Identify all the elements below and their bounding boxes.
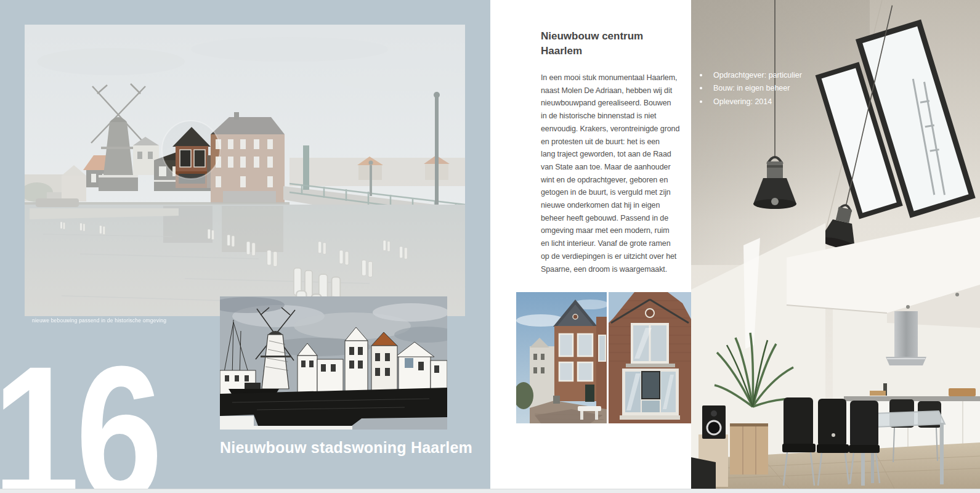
body-line: in de historische binnenstad is niet xyxy=(541,110,689,123)
page-number: 16 xyxy=(0,338,159,489)
main-photo xyxy=(25,25,465,316)
bullet-icon xyxy=(700,74,702,76)
body-line: wint en de opdrachtgever, geboren en xyxy=(541,174,689,187)
heading-line: Nieuwbouw centrum xyxy=(541,29,689,44)
body-line: omgeving maar met een modern, ruim xyxy=(541,224,689,237)
spec-text: Bouw: in eigen beheer xyxy=(713,84,790,92)
body-line: en licht interieur. Vanaf de grote ramen xyxy=(541,237,689,250)
spec-item: Bouw: in eigen beheer xyxy=(700,82,802,96)
article: Nieuwbouw centrum Haarlem In een mooi st… xyxy=(541,29,689,275)
body-line: nieuwe onderkomen dat hij in eigen xyxy=(541,199,689,212)
waterfront-sketch xyxy=(220,296,447,430)
left-page: nieuwe bebouwing passend in de historisc… xyxy=(0,0,490,489)
spec-text: Oplevering: 2014 xyxy=(713,97,772,106)
spec-item: Opdrachtgever: particulier xyxy=(700,68,802,82)
body-line: eenvoudig. Krakers, verontreinigde grond xyxy=(541,123,689,136)
body-line: nieuwbouwpand gerealiseerd. Bouwen xyxy=(541,97,689,110)
article-heading: Nieuwbouw centrum Haarlem xyxy=(541,29,689,58)
page-bottom-edge xyxy=(0,489,980,493)
body-line: naast Molen De Adriaan, hebben wij dit xyxy=(541,84,689,97)
tv xyxy=(691,457,716,489)
heading-line: Haarlem xyxy=(541,44,689,59)
spec-list: Opdrachtgever: particulier Bouw: in eige… xyxy=(700,68,802,108)
photo-caption: nieuwe bebouwing passend in de historisc… xyxy=(32,317,166,324)
body-line: beheer heeft gebouwd. Passend in de xyxy=(541,212,689,225)
project-title: Nieuwbouw stadswoning Haarlem xyxy=(220,439,472,457)
spec-item: Oplevering: 2014 xyxy=(700,95,802,108)
bullet-icon xyxy=(700,100,702,103)
brochure-spread: nieuwe bebouwing passend in de historisc… xyxy=(0,0,980,493)
body-line: In een mooi stuk monumentaal Haarlem, xyxy=(541,71,689,84)
planter xyxy=(730,423,768,475)
street-photo xyxy=(516,292,607,423)
body-line: en protesten uit de buurt: het is een xyxy=(541,136,689,149)
article-body: In een mooi stuk monumentaal Haarlem,naa… xyxy=(541,71,689,275)
body-line: getogen in de buurt, is verguld met zijn xyxy=(541,186,689,199)
body-line: Spaarne, een droom is waargemaakt. xyxy=(541,263,689,276)
body-line: van State aan toe. Maar de aanhouder xyxy=(541,161,689,174)
gable-window-photo xyxy=(609,292,691,423)
speaker xyxy=(702,405,726,439)
spec-text: Opdrachtgever: particulier xyxy=(713,71,802,79)
body-line: op de verdiepingen is er uitzicht over h… xyxy=(541,250,689,263)
body-line: lang traject geworden, tot aan de Raad xyxy=(541,148,689,161)
bullet-icon xyxy=(700,87,702,89)
